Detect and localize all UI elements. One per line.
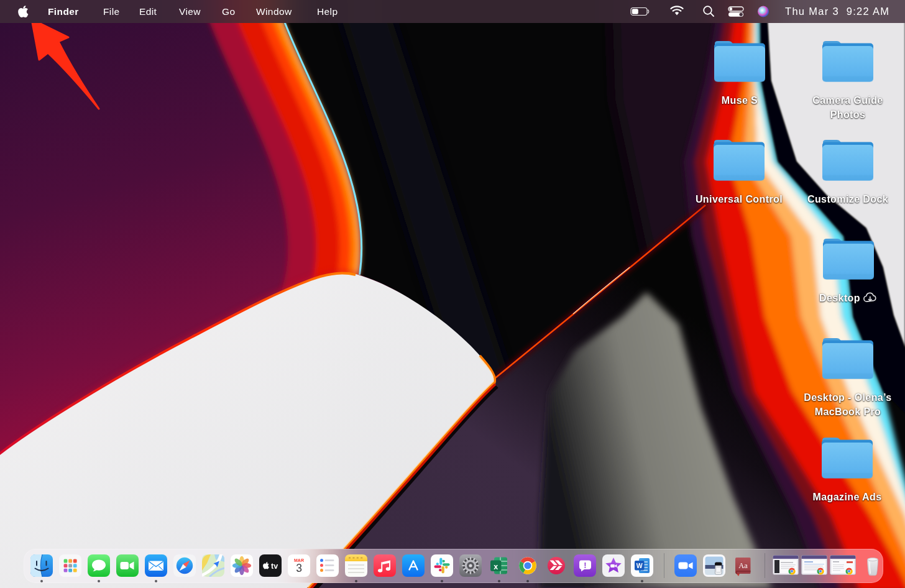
svg-text:3: 3 — [296, 562, 302, 574]
svg-text:x: x — [494, 563, 498, 571]
svg-text:Aa: Aa — [738, 561, 748, 570]
svg-text:W: W — [636, 562, 643, 569]
svg-text:tv: tv — [271, 562, 278, 571]
svg-text:!: ! — [584, 561, 586, 570]
